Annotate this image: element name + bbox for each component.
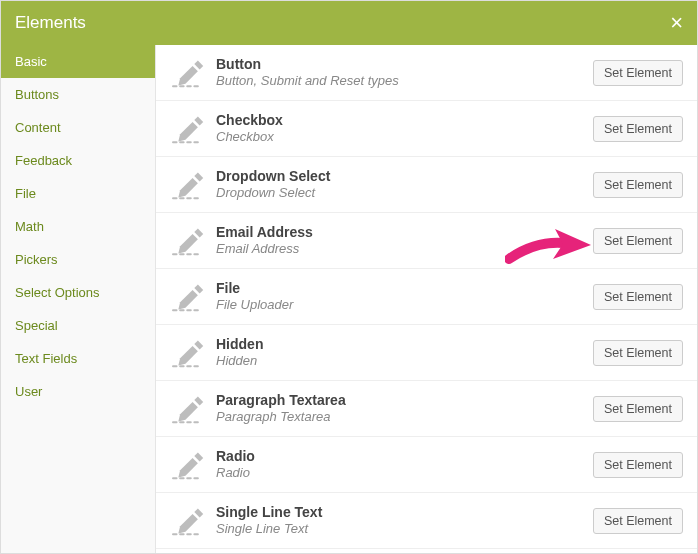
element-text: RadioRadio (210, 448, 593, 482)
element-title: Button (216, 56, 593, 74)
element-description: Checkbox (216, 129, 593, 145)
element-description: Hidden (216, 353, 593, 369)
element-description: Email Address (216, 241, 593, 257)
sidebar-item-file[interactable]: File (1, 177, 155, 210)
element-row: HiddenHiddenSet Element (156, 325, 697, 381)
element-description: Paragraph Textarea (216, 409, 593, 425)
sidebar: BasicButtonsContentFeedbackFileMathPicke… (1, 45, 156, 553)
element-text: Paragraph TextareaParagraph Textarea (210, 392, 593, 426)
set-element-button[interactable]: Set Element (593, 508, 683, 534)
pencil-icon (168, 337, 210, 369)
set-element-button[interactable]: Set Element (593, 340, 683, 366)
set-element-button[interactable]: Set Element (593, 116, 683, 142)
pencil-icon (168, 57, 210, 89)
pencil-icon (168, 449, 210, 481)
element-row: Dropdown SelectDropdown SelectSet Elemen… (156, 157, 697, 213)
element-title: File (216, 280, 593, 298)
element-title: Radio (216, 448, 593, 466)
set-element-button[interactable]: Set Element (593, 396, 683, 422)
element-text: Email AddressEmail Address (210, 224, 593, 258)
element-title: Hidden (216, 336, 593, 354)
element-action: Set Element (593, 396, 683, 422)
element-title: Email Address (216, 224, 593, 242)
element-row: Paragraph TextareaParagraph TextareaSet … (156, 381, 697, 437)
set-element-button[interactable]: Set Element (593, 60, 683, 86)
element-text: Dropdown SelectDropdown Select (210, 168, 593, 202)
element-text: Single Line TextSingle Line Text (210, 504, 593, 538)
elements-panel: Elements × BasicButtonsContentFeedbackFi… (0, 0, 698, 554)
pencil-icon (168, 505, 210, 537)
sidebar-item-buttons[interactable]: Buttons (1, 78, 155, 111)
element-action: Set Element (593, 452, 683, 478)
sidebar-item-pickers[interactable]: Pickers (1, 243, 155, 276)
element-action: Set Element (593, 284, 683, 310)
panel-title: Elements (15, 13, 86, 33)
element-row: CheckboxCheckboxSet Element (156, 101, 697, 157)
set-element-button[interactable]: Set Element (593, 172, 683, 198)
element-description: Dropdown Select (216, 185, 593, 201)
pencil-icon (168, 169, 210, 201)
element-action: Set Element (593, 228, 683, 254)
sidebar-item-special[interactable]: Special (1, 309, 155, 342)
pencil-icon (168, 281, 210, 313)
element-title: Paragraph Textarea (216, 392, 593, 410)
sidebar-item-content[interactable]: Content (1, 111, 155, 144)
set-element-button[interactable]: Set Element (593, 284, 683, 310)
element-text: HiddenHidden (210, 336, 593, 370)
element-title: Dropdown Select (216, 168, 593, 186)
sidebar-item-math[interactable]: Math (1, 210, 155, 243)
element-description: File Uploader (216, 297, 593, 313)
element-title: Checkbox (216, 112, 593, 130)
element-description: Button, Submit and Reset types (216, 73, 593, 89)
element-row: Single Line TextSingle Line TextSet Elem… (156, 493, 697, 549)
element-row: FileFile UploaderSet Element (156, 269, 697, 325)
set-element-button[interactable]: Set Element (593, 452, 683, 478)
element-title: Single Line Text (216, 504, 593, 522)
panel-body: BasicButtonsContentFeedbackFileMathPicke… (1, 45, 697, 553)
pencil-icon (168, 225, 210, 257)
sidebar-item-select-options[interactable]: Select Options (1, 276, 155, 309)
element-action: Set Element (593, 340, 683, 366)
sidebar-item-basic[interactable]: Basic (1, 45, 155, 78)
pencil-icon (168, 113, 210, 145)
pencil-icon (168, 393, 210, 425)
element-action: Set Element (593, 172, 683, 198)
element-action: Set Element (593, 60, 683, 86)
element-row: RadioRadioSet Element (156, 437, 697, 493)
panel-header: Elements × (1, 1, 697, 45)
close-icon[interactable]: × (670, 12, 683, 34)
element-description: Single Line Text (216, 521, 593, 537)
sidebar-item-text-fields[interactable]: Text Fields (1, 342, 155, 375)
element-row: ButtonButton, Submit and Reset typesSet … (156, 45, 697, 101)
element-text: FileFile Uploader (210, 280, 593, 314)
element-text: ButtonButton, Submit and Reset types (210, 56, 593, 90)
element-text: CheckboxCheckbox (210, 112, 593, 146)
element-row: Email AddressEmail AddressSet Element (156, 213, 697, 269)
element-action: Set Element (593, 116, 683, 142)
sidebar-item-feedback[interactable]: Feedback (1, 144, 155, 177)
elements-list: ButtonButton, Submit and Reset typesSet … (156, 45, 697, 553)
sidebar-item-user[interactable]: User (1, 375, 155, 408)
element-description: Radio (216, 465, 593, 481)
set-element-button[interactable]: Set Element (593, 228, 683, 254)
element-action: Set Element (593, 508, 683, 534)
